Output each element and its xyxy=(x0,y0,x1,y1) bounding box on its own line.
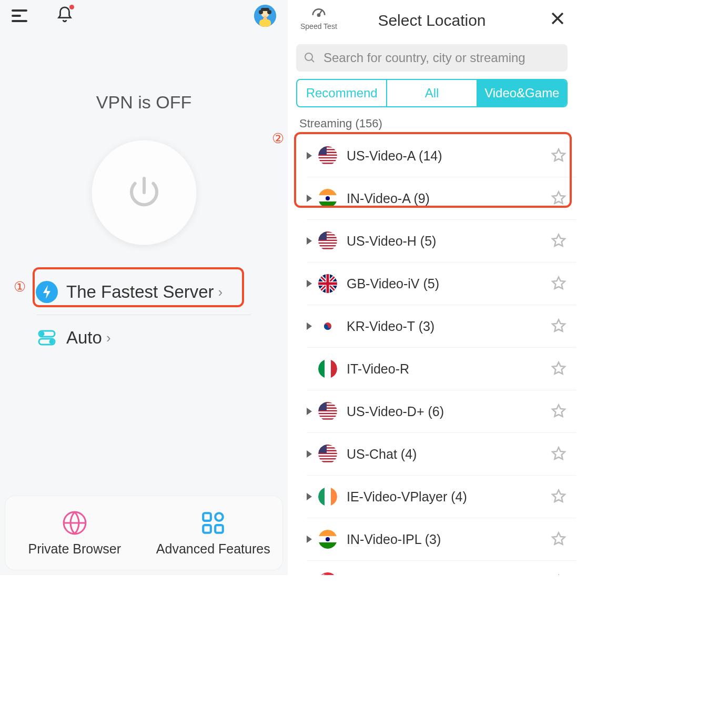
favorite-star-icon[interactable] xyxy=(551,531,567,547)
menu-icon[interactable] xyxy=(12,8,31,23)
search-input[interactable] xyxy=(322,50,560,66)
tab-recommend[interactable]: Recommend xyxy=(297,80,387,106)
svg-rect-53 xyxy=(318,249,337,250)
expand-icon xyxy=(307,408,312,415)
expand-icon xyxy=(307,536,312,543)
svg-point-10 xyxy=(50,340,53,344)
svg-rect-82 xyxy=(318,420,337,421)
search-input-wrapper[interactable] xyxy=(296,44,568,72)
favorite-star-icon[interactable] xyxy=(551,233,567,249)
favorite-star-icon[interactable] xyxy=(551,404,567,419)
flag-in-icon xyxy=(318,530,337,549)
svg-rect-105 xyxy=(318,530,337,536)
server-name: KR-Video-T (3) xyxy=(347,319,551,334)
server-name: US-Chat (4) xyxy=(347,447,551,462)
expand-icon xyxy=(307,237,312,245)
annotation-box-1 xyxy=(33,267,244,307)
advanced-features-label: Advanced Features xyxy=(156,541,270,557)
favorite-star-icon[interactable] xyxy=(551,276,567,291)
server-name: US-Video-H (5) xyxy=(347,234,551,249)
svg-rect-2 xyxy=(259,19,271,27)
svg-rect-81 xyxy=(318,418,337,420)
server-row[interactable]: US-Video-D+ (6) xyxy=(307,390,576,433)
svg-rect-12 xyxy=(204,513,211,521)
svg-rect-60 xyxy=(318,283,337,285)
svg-rect-70 xyxy=(318,404,337,405)
toggle-icon xyxy=(36,327,58,349)
flag-ie-icon xyxy=(318,487,337,506)
flag-kr-icon xyxy=(318,317,337,336)
svg-rect-15 xyxy=(215,525,223,533)
svg-rect-83 xyxy=(318,402,327,410)
svg-rect-51 xyxy=(318,247,337,248)
svg-rect-102 xyxy=(325,487,331,506)
filter-tabs: RecommendAllVideo&Game xyxy=(296,79,568,107)
notification-dot-icon xyxy=(69,5,74,9)
svg-rect-49 xyxy=(318,244,337,245)
server-row[interactable]: SG-Video-D+ (7) xyxy=(307,561,576,575)
favorite-star-icon[interactable] xyxy=(551,446,567,462)
svg-rect-92 xyxy=(318,454,337,456)
svg-point-8 xyxy=(41,332,44,336)
svg-rect-97 xyxy=(318,461,337,462)
advanced-features-button[interactable]: Advanced Features xyxy=(144,496,283,570)
svg-rect-77 xyxy=(318,413,337,415)
svg-rect-95 xyxy=(318,458,337,460)
auto-label: Auto xyxy=(66,328,102,348)
svg-rect-50 xyxy=(318,245,337,247)
svg-point-17 xyxy=(305,53,312,60)
svg-rect-66 xyxy=(325,359,331,378)
svg-rect-65 xyxy=(318,359,325,378)
svg-rect-80 xyxy=(318,417,337,419)
svg-rect-48 xyxy=(318,243,337,244)
svg-rect-69 xyxy=(318,402,337,404)
close-button[interactable] xyxy=(549,9,567,27)
server-name: US-Video-D+ (6) xyxy=(347,404,551,419)
svg-rect-47 xyxy=(318,241,337,243)
svg-rect-96 xyxy=(318,460,337,461)
svg-point-4 xyxy=(267,10,271,14)
svg-point-13 xyxy=(215,513,223,521)
speed-test-label: Speed Test xyxy=(300,22,337,31)
tab-videogame[interactable]: Video&Game xyxy=(478,80,567,106)
server-name: IT-Video-R xyxy=(347,361,551,377)
svg-rect-67 xyxy=(331,359,337,378)
expand-icon xyxy=(307,493,312,500)
expand-icon xyxy=(307,322,312,330)
server-row[interactable]: IE-Video-VPlayer (4) xyxy=(307,476,576,518)
server-name: GB-Video-iV (5) xyxy=(347,276,551,291)
speed-test-button[interactable]: Speed Test xyxy=(300,3,337,31)
search-icon xyxy=(304,52,316,64)
profile-avatar[interactable] xyxy=(254,5,276,27)
power-button[interactable] xyxy=(92,140,197,245)
svg-rect-79 xyxy=(318,416,337,417)
svg-rect-85 xyxy=(318,445,337,446)
svg-rect-78 xyxy=(318,414,337,416)
favorite-star-icon[interactable] xyxy=(551,574,567,575)
server-name: SG-Video-D+ (7) xyxy=(347,574,551,576)
server-row[interactable]: IT-Video-R xyxy=(307,348,576,390)
tab-all[interactable]: All xyxy=(387,80,477,106)
flag-us-icon xyxy=(318,445,337,463)
notification-icon[interactable] xyxy=(56,6,74,26)
private-browser-button[interactable]: Private Browser xyxy=(5,496,144,570)
server-row[interactable]: US-Chat (4) xyxy=(307,433,576,476)
expand-icon xyxy=(307,450,312,458)
server-row[interactable]: GB-Video-iV (5) xyxy=(307,263,576,305)
server-row[interactable]: IN-Video-IPL (3) xyxy=(307,518,576,561)
server-name: IE-Video-VPlayer (4) xyxy=(347,489,551,505)
server-row[interactable]: US-Video-H (5) xyxy=(307,220,576,263)
svg-rect-86 xyxy=(318,446,337,448)
svg-point-108 xyxy=(326,537,330,541)
favorite-star-icon[interactable] xyxy=(551,361,567,377)
svg-rect-107 xyxy=(318,542,337,549)
svg-rect-98 xyxy=(318,462,337,463)
section-header: Streaming (156) xyxy=(288,107,576,135)
favorite-star-icon[interactable] xyxy=(551,489,567,505)
favorite-star-icon[interactable] xyxy=(551,318,567,334)
svg-rect-14 xyxy=(204,525,211,533)
auto-row[interactable]: Auto › xyxy=(36,319,252,356)
flag-gb-icon xyxy=(318,274,337,293)
vpn-status-text: VPN is OFF xyxy=(0,92,288,113)
server-row[interactable]: KR-Video-T (3) xyxy=(307,305,576,348)
